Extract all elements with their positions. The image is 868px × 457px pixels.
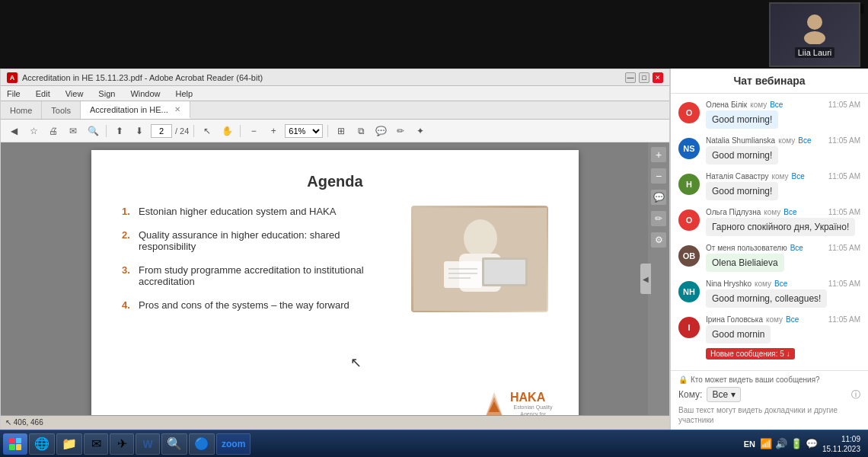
stamp-button[interactable]: ✦ xyxy=(412,123,429,139)
menu-help[interactable]: Help xyxy=(173,89,196,98)
tab-tools[interactable]: Tools xyxy=(42,101,81,119)
svg-rect-10 xyxy=(484,260,525,284)
comment-side-button[interactable]: 💬 xyxy=(651,190,666,205)
panel-collapse-arrow-icon[interactable]: ◀ xyxy=(640,264,651,294)
haka-brand-subtitle: Estonian Quality Agency for Education xyxy=(510,404,556,415)
svg-point-0 xyxy=(807,14,822,30)
chat-time-2: 11:05 AM xyxy=(828,136,860,145)
grid-button[interactable]: ⊞ xyxy=(333,123,349,139)
taskbar-zoom-button[interactable]: zoom xyxy=(216,433,251,455)
zoom-in-side-button[interactable]: + xyxy=(651,147,666,162)
menu-sign[interactable]: Sign xyxy=(95,89,118,98)
menu-view[interactable]: View xyxy=(62,89,87,98)
tools-side-button[interactable]: ⚙ xyxy=(651,232,666,248)
window-controls[interactable]: — □ ✕ xyxy=(625,72,663,83)
chat-meta-4: Ольга Підлузна кому Все 11:05 AM xyxy=(706,208,860,216)
page-number-input[interactable]: 2 xyxy=(151,124,172,138)
zoom-out-side-button[interactable]: − xyxy=(651,168,666,184)
chat-text-6: Good morning, colleagues! xyxy=(706,289,827,308)
search-button[interactable]: 🔍 xyxy=(85,123,101,139)
minimize-button[interactable]: — xyxy=(625,72,636,83)
chat-message-2: NS Natalia Shumlianska кому Все 11:05 AM… xyxy=(671,133,868,168)
chat-meta-2: Natalia Shumlianska кому Все 11:05 AM xyxy=(706,136,860,145)
taskbar-telegram-button[interactable]: ✈ xyxy=(110,433,134,455)
close-button[interactable]: ✕ xyxy=(653,72,663,83)
prev-page-button[interactable]: ⬆ xyxy=(111,123,128,139)
chat-info-icon[interactable]: ⓘ xyxy=(851,388,860,401)
chat-to-6: кому xyxy=(755,280,771,288)
hand-tool-button[interactable]: ✋ xyxy=(219,123,235,139)
separator-3 xyxy=(240,125,241,137)
back-button[interactable]: ◀ xyxy=(5,123,22,139)
taskbar-search-button[interactable]: 🔍 xyxy=(161,433,187,455)
chat-footer: 🔒 Кто может видеть ваши сообщения? Кому:… xyxy=(671,370,868,430)
chat-time-7: 11:05 AM xyxy=(828,315,860,324)
zoom-in-button[interactable]: + xyxy=(265,123,282,139)
agenda-num-2: 2. xyxy=(122,229,134,252)
taskbar-ie-button[interactable]: 🌐 xyxy=(29,433,55,455)
haka-brand-name: HAKA xyxy=(510,391,556,404)
chat-to-3: кому xyxy=(772,172,789,181)
maximize-button[interactable]: □ xyxy=(639,72,649,83)
taskbar-explorer-button[interactable]: 📁 xyxy=(56,433,82,455)
language-indicator: EN xyxy=(744,439,755,449)
chat-time-6: 11:05 AM xyxy=(828,280,860,288)
chat-message-7: I Ірина Головська кому Все 11:05 AM Good… xyxy=(671,312,868,363)
agenda-content: 1. Estonian higher education system and … xyxy=(122,206,548,323)
acrobat-icon: A xyxy=(7,72,18,83)
chat-text-7: Good mornin xyxy=(706,325,771,344)
menu-file[interactable]: File xyxy=(4,89,24,98)
chat-bubble-area-5: От меня пользователю Все 11:05 AM Olena … xyxy=(706,244,860,272)
chat-sender-2: Natalia Shumlianska xyxy=(706,136,775,145)
bookmark-button[interactable]: ☆ xyxy=(25,123,42,139)
chat-to-label: Кому: xyxy=(678,389,702,400)
chat-to-all-3: Все xyxy=(792,172,805,181)
cursor-tool-button[interactable]: ↖ xyxy=(199,123,215,139)
new-messages-badge[interactable]: Новые сообщения: 5 ↓ xyxy=(706,348,795,360)
chat-avatar-3: H xyxy=(678,174,700,195)
chat-to-all-5: Все xyxy=(790,244,803,252)
tab-accreditation[interactable]: Accreditation in HE... ✕ xyxy=(81,101,190,119)
zoom-out-button[interactable]: − xyxy=(245,123,262,139)
cursor-indicator: ↖ xyxy=(350,354,362,371)
chat-sender-4: Ольга Підлузна xyxy=(706,208,761,216)
cursor-position-icon: ↖ 406, 466 xyxy=(5,418,43,427)
tab-close-icon[interactable]: ✕ xyxy=(174,105,180,113)
menu-edit[interactable]: Edit xyxy=(33,89,53,98)
draw-button[interactable]: ✏ xyxy=(392,123,409,139)
chat-privacy-note: Ваш текст могут видеть докладчики и друг… xyxy=(678,405,860,425)
chat-avatar-1: O xyxy=(678,102,700,123)
chat-avatar-7: I xyxy=(678,317,700,338)
agenda-photo-image xyxy=(413,208,547,311)
highlight-side-button[interactable]: ✏ xyxy=(651,211,666,226)
chat-to-1: кому xyxy=(750,101,767,109)
tab-home[interactable]: Home xyxy=(1,101,42,119)
agenda-num-3: 3. xyxy=(122,264,134,287)
title-bar: A Accreditation in HE 15.11.23.pdf - Ado… xyxy=(1,69,669,86)
taskbar-word-button[interactable]: W xyxy=(136,433,160,455)
agenda-photo xyxy=(411,206,548,312)
email-button[interactable]: ✉ xyxy=(65,123,81,139)
system-clock[interactable]: 11:09 15.11.2023 xyxy=(822,434,860,454)
haka-logo-tree xyxy=(483,391,506,415)
chat-avatar-4: O xyxy=(678,209,700,231)
menu-window[interactable]: Window xyxy=(127,89,163,98)
comment-button[interactable]: 💬 xyxy=(372,123,389,139)
chat-to-select[interactable]: Все ▾ xyxy=(707,387,741,402)
taskbar-chrome-button[interactable]: 🔵 xyxy=(189,433,215,455)
taskbar-mail-button[interactable]: ✉ xyxy=(84,433,108,455)
chat-text-row-7: Good mornin Новые сообщения: 5 ↓ xyxy=(706,325,860,360)
svg-point-1 xyxy=(804,31,825,44)
start-button[interactable] xyxy=(3,433,27,455)
chat-sender-7: Ірина Головська xyxy=(706,315,763,324)
zoom-select[interactable]: 61%50%75%100% xyxy=(285,124,323,138)
print-button[interactable]: 🖨 xyxy=(45,123,62,139)
next-page-button[interactable]: ⬇ xyxy=(131,123,148,139)
compare-button[interactable]: ⧉ xyxy=(353,123,369,139)
chat-avatar-2: NS xyxy=(678,138,700,159)
chat-to-all-2: Все xyxy=(798,136,811,145)
pdf-side-toolbar: + − 💬 ✏ ⚙ ◀ xyxy=(648,142,669,415)
word-icon: W xyxy=(142,438,152,450)
chat-avatar-5: OB xyxy=(678,245,700,267)
agenda-item-3: 3. From study programme accreditation to… xyxy=(122,264,396,287)
